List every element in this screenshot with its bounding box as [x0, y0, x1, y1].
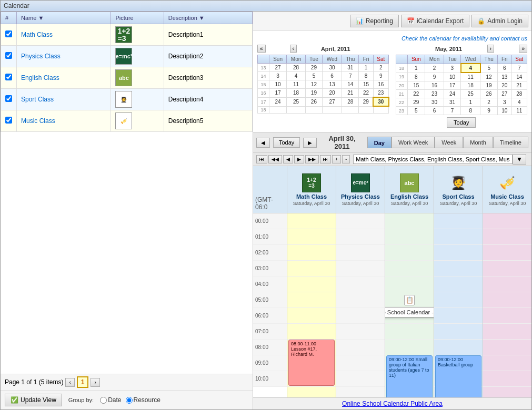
- slot-cell[interactable]: [287, 229, 336, 245]
- may-cal-day[interactable]: 5: [407, 107, 425, 115]
- slot-cell[interactable]: [434, 213, 483, 229]
- slot-cell[interactable]: [483, 229, 531, 245]
- may-cal-day[interactable]: 8: [407, 73, 425, 81]
- cal-next-btn[interactable]: ▶: [303, 138, 317, 148]
- reporting-button[interactable]: 📊 Reporting: [350, 15, 399, 27]
- may-cal-day[interactable]: 21: [511, 81, 527, 90]
- slot-cell[interactable]: [336, 355, 385, 371]
- slot-cell[interactable]: [385, 324, 434, 340]
- cal-day[interactable]: 22: [359, 89, 373, 98]
- slot-cell[interactable]: [483, 308, 531, 324]
- cal-day[interactable]: 31: [342, 64, 359, 72]
- resource-filter-input[interactable]: [353, 155, 513, 164]
- slot-cell[interactable]: [483, 261, 531, 276]
- cal-day[interactable]: 30: [322, 64, 342, 72]
- slot-cell[interactable]: [336, 308, 385, 324]
- may-cal-day[interactable]: 18: [461, 81, 480, 90]
- may-cal-day[interactable]: 17: [444, 81, 460, 90]
- slot-cell[interactable]: [385, 229, 434, 245]
- cal-day[interactable]: 26: [305, 97, 322, 106]
- slot-cell[interactable]: [336, 340, 385, 355]
- cal-day[interactable]: 9: [373, 72, 388, 80]
- nav-next-next-btn[interactable]: ▶▶: [305, 155, 319, 163]
- may-cal-day[interactable]: 8: [461, 107, 480, 115]
- slot-cell[interactable]: [336, 371, 385, 387]
- cal-day[interactable]: 7: [342, 72, 359, 80]
- slot-cell[interactable]: [287, 292, 336, 308]
- cal-day[interactable]: 29: [305, 64, 322, 72]
- slot-cell[interactable]: [483, 213, 531, 229]
- may-cal-day[interactable]: 29: [407, 98, 425, 107]
- cal-day[interactable]: [287, 106, 306, 113]
- slot-cell[interactable]: [287, 261, 336, 276]
- slot-cell[interactable]: [434, 276, 483, 292]
- may-cal-day[interactable]: 5: [480, 64, 498, 73]
- slot-cell[interactable]: [287, 276, 336, 292]
- cal-day[interactable]: 28: [287, 64, 306, 72]
- icalendar-button[interactable]: 📅 iCalendar Export: [401, 15, 469, 27]
- may-cal-day[interactable]: 12: [480, 73, 498, 81]
- cal-day[interactable]: 21: [342, 89, 359, 98]
- cal-day[interactable]: 10: [269, 80, 286, 89]
- may-cal-day[interactable]: 11: [461, 73, 480, 81]
- may-next-btn[interactable]: ›: [487, 45, 494, 53]
- slot-cell[interactable]: [336, 292, 385, 308]
- slot-cell[interactable]: [385, 261, 434, 276]
- slot-cell[interactable]: [483, 340, 531, 355]
- row-checkbox-1[interactable]: [1, 46, 17, 67]
- slot-cell[interactable]: [336, 276, 385, 292]
- may-cal-day[interactable]: 13: [497, 73, 511, 81]
- may-cal-day[interactable]: 19: [480, 81, 498, 90]
- may-cal-day[interactable]: 25: [461, 90, 480, 98]
- may-cal-day[interactable]: 24: [444, 90, 460, 98]
- may-cal-day[interactable]: 3: [444, 64, 460, 73]
- slot-cell[interactable]: [287, 213, 336, 229]
- cal-today-btn[interactable]: Today: [273, 137, 300, 148]
- slot-cell[interactable]: [483, 371, 531, 387]
- slot-cell[interactable]: [434, 261, 483, 276]
- cal-day[interactable]: 29: [359, 97, 373, 106]
- slot-cell[interactable]: [434, 292, 483, 308]
- cal-day[interactable]: 19: [305, 89, 322, 98]
- row-checkbox-2[interactable]: [1, 67, 17, 89]
- slot-cell[interactable]: [336, 245, 385, 261]
- page-next-btn[interactable]: ›: [91, 378, 99, 387]
- row-checkbox-4[interactable]: [1, 110, 17, 132]
- may-cal-day[interactable]: 1: [461, 98, 480, 107]
- footer-link[interactable]: Online School Calendar Public Area: [342, 400, 443, 407]
- may-cal-day[interactable]: 31: [444, 98, 460, 107]
- cal-day[interactable]: 3: [269, 72, 286, 80]
- cal-day[interactable]: 16: [373, 80, 388, 89]
- slot-cell[interactable]: [483, 292, 531, 308]
- slot-cell[interactable]: [385, 276, 434, 292]
- resource-dropdown-btn[interactable]: ▼: [513, 154, 526, 165]
- cal-day[interactable]: 8: [359, 72, 373, 80]
- row-name-1[interactable]: Physics Class: [17, 46, 111, 67]
- cal-day[interactable]: 4: [287, 72, 306, 80]
- admin-login-button[interactable]: 🔒 Admin Login: [471, 15, 528, 27]
- tab-workweek[interactable]: Work Week: [392, 137, 435, 148]
- cal-day[interactable]: 11: [287, 80, 306, 89]
- cal-day[interactable]: 28: [342, 97, 359, 106]
- groupby-resource-label[interactable]: Resource: [126, 396, 160, 404]
- nav-minus-btn[interactable]: -: [342, 155, 350, 163]
- may-cal-day[interactable]: 28: [511, 90, 527, 98]
- row-name-3[interactable]: Sport Class: [17, 89, 111, 110]
- may-cal-day[interactable]: 4: [511, 98, 527, 107]
- may-next-next-btn[interactable]: »: [519, 45, 527, 53]
- may-cal-day[interactable]: 6: [425, 107, 444, 115]
- nav-first-btn[interactable]: ⏮: [256, 155, 267, 163]
- may-cal-day[interactable]: 2: [480, 98, 498, 107]
- may-cal-day[interactable]: 26: [480, 90, 498, 98]
- may-cal-day[interactable]: 14: [511, 73, 527, 81]
- event-english-class[interactable]: 09:00-12:00 Small group of Italian stude…: [386, 355, 433, 397]
- slot-cell[interactable]: [385, 340, 434, 355]
- slot-cell[interactable]: [287, 245, 336, 261]
- slot-cell[interactable]: [483, 245, 531, 261]
- tab-week[interactable]: Week: [435, 137, 463, 148]
- may-cal-day[interactable]: 7: [511, 64, 527, 73]
- cal-day[interactable]: 30: [373, 97, 388, 106]
- nav-last-btn[interactable]: ⏭: [320, 155, 331, 163]
- cal-day[interactable]: 25: [287, 97, 306, 106]
- may-cal-day[interactable]: 27: [497, 90, 511, 98]
